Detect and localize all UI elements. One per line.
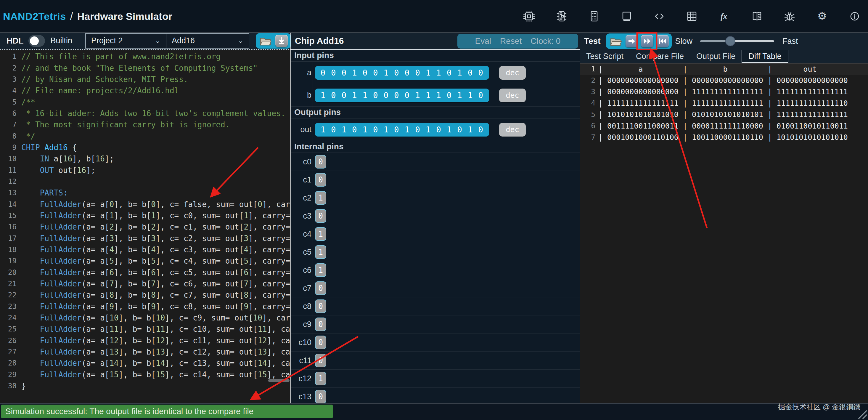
- pin-value[interactable]: 0: [315, 318, 326, 331]
- line-number: 14: [0, 200, 21, 209]
- table-line-number: 4: [580, 99, 598, 107]
- line-number: 17: [0, 234, 21, 243]
- resize-handle-icon[interactable]: [857, 409, 867, 419]
- project-select[interactable]: Project 2 ⌄: [86, 34, 166, 48]
- code-line: 21 FullAdder(a= a[7], b= b[7], c= c6, su…: [0, 278, 291, 289]
- pin-value[interactable]: 1: [315, 191, 326, 205]
- code-line: 28 FullAdder(a= a[14], b= b[14], c= c13,…: [0, 358, 291, 369]
- toolbar-top-border: [0, 33, 868, 33]
- svg-text:fx: fx: [720, 12, 727, 21]
- pin-name: c13: [291, 392, 311, 401]
- pin-value[interactable]: 0: [315, 155, 326, 169]
- tab-diff-table[interactable]: Diff Table: [742, 50, 788, 63]
- pin-name: c6: [291, 266, 311, 275]
- pin-value[interactable]: 0: [315, 336, 326, 349]
- script-icon[interactable]: [587, 9, 601, 23]
- line-number: 3: [0, 75, 21, 84]
- pin-value[interactable]: 0: [315, 299, 326, 313]
- pin-value[interactable]: 1: [315, 263, 326, 277]
- step-button[interactable]: [625, 35, 638, 48]
- panel-divider[interactable]: [580, 33, 580, 403]
- code-text: FullAdder(a= a[12], b= b[12], c= c11, su…: [21, 336, 291, 345]
- internal-pin-row: c90: [291, 316, 580, 333]
- pin-row: b1 0 0 1 1 0 0 0 0 1 1 1 0 1 1 0dec: [291, 84, 580, 107]
- book-icon[interactable]: [750, 9, 764, 23]
- tab-output-file[interactable]: Output File: [690, 50, 742, 63]
- table-row: 7| 0001001000110100 | 1001100001110110 |…: [580, 131, 868, 143]
- output-pins-list: out1 0 1 0 1 0 1 0 1 0 1 0 1 0 1 0dec: [291, 118, 580, 141]
- code-text: FullAdder(a= a[0], b= b[0], c= false, su…: [21, 200, 291, 209]
- folder-button[interactable]: [609, 35, 623, 48]
- tab-compare-file[interactable]: Compare File: [630, 50, 690, 63]
- pin-value-binary[interactable]: 0 0 0 1 0 0 1 0 0 0 1 1 0 1 0 0: [315, 66, 489, 80]
- chip-select[interactable]: Add16 ⌄: [166, 34, 249, 48]
- code-text: FullAdder(a= a[14], b= b[14], c= c13, su…: [21, 359, 291, 367]
- pin-value[interactable]: 0: [315, 354, 326, 367]
- dec-toggle-button[interactable]: dec: [499, 89, 526, 102]
- function-icon[interactable]: fx: [718, 9, 731, 23]
- input-pins-heading: Input pins: [291, 50, 580, 62]
- dec-toggle-button[interactable]: dec: [499, 66, 526, 80]
- table-row: 5| 1010101010101010 | 0101010101010101 |…: [580, 109, 868, 120]
- internal-pin-row: c10: [291, 171, 580, 189]
- pin-value[interactable]: 0: [315, 281, 326, 295]
- brand-logo[interactable]: NAND2Tetris: [3, 11, 66, 22]
- code-text: IN a[16], b[16];: [21, 154, 114, 163]
- tab-test-script[interactable]: Test Script: [580, 50, 630, 63]
- pin-value[interactable]: 1: [315, 227, 326, 241]
- code-line: 12: [0, 176, 291, 187]
- line-number: 8: [0, 132, 21, 141]
- pin-value-binary[interactable]: 1 0 1 0 1 0 1 0 1 0 1 0 1 0 1 0: [315, 123, 489, 137]
- code-line: 4// File name: projects/2/Add16.hdl: [0, 85, 291, 96]
- internal-pin-row: c61: [291, 261, 580, 279]
- builtin-label: Builtin: [50, 36, 72, 45]
- rewind-button[interactable]: [656, 35, 669, 48]
- download-button[interactable]: [275, 35, 288, 47]
- chip-icon[interactable]: [522, 9, 536, 23]
- pin-value-binary[interactable]: 1 0 0 1 1 0 0 0 0 1 1 1 0 1 1 0: [315, 89, 489, 102]
- pin-value[interactable]: 1: [315, 245, 326, 259]
- screen-icon[interactable]: [620, 9, 633, 23]
- line-number: 9: [0, 143, 21, 152]
- builtin-toggle[interactable]: [28, 35, 45, 47]
- line-number: 22: [0, 291, 21, 299]
- reset-button[interactable]: Reset: [500, 36, 522, 46]
- line-number: 24: [0, 314, 21, 322]
- settings-icon[interactable]: ⚙: [815, 9, 829, 23]
- svg-text:⚙: ⚙: [817, 10, 827, 22]
- run-button[interactable]: [641, 35, 653, 48]
- pin-value[interactable]: 0: [315, 173, 326, 187]
- pin-value[interactable]: 0: [315, 390, 326, 403]
- pin-value[interactable]: 0: [315, 209, 326, 223]
- speed-slider[interactable]: [700, 36, 774, 47]
- code-line: 22 FullAdder(a= a[8], b= b[8], c= c7, su…: [0, 289, 291, 301]
- code-text: FullAdder(a= a[1], b= b[1], c= c0, sum= …: [21, 211, 291, 220]
- folder-button[interactable]: [259, 35, 272, 47]
- pin-row: a0 0 0 1 0 0 1 0 0 0 1 1 0 1 0 0dec: [291, 62, 580, 84]
- slider-thumb[interactable]: [725, 36, 735, 46]
- pin-value[interactable]: 1: [315, 372, 326, 385]
- dec-toggle-button[interactable]: dec: [499, 123, 526, 137]
- info-icon[interactable]: [848, 9, 862, 23]
- memory-icon[interactable]: [555, 9, 568, 23]
- pin-name: c4: [291, 230, 311, 239]
- internal-pin-row: c51: [291, 243, 580, 261]
- pin-name: c3: [291, 211, 311, 221]
- table-line-number: 6: [580, 122, 598, 130]
- hdl-code-editor[interactable]: 1// This file is part of www.nand2tetris…: [0, 50, 291, 403]
- table-row-text: | 0000000000000000 | 0000000000000000 | …: [598, 76, 848, 85]
- code-line: 3// by Nisan and Schocken, MIT Press.: [0, 74, 291, 85]
- code-text: // This file is part of www.nand2tetris.…: [21, 52, 221, 61]
- table-row: 1| a | b | out: [580, 63, 868, 74]
- line-number: 4: [0, 87, 21, 95]
- line-number: 12: [0, 177, 21, 186]
- editor-horizontal-scrollbar[interactable]: [268, 379, 289, 382]
- line-number: 5: [0, 98, 21, 106]
- panel-divider[interactable]: [290, 33, 291, 403]
- table-icon[interactable]: [685, 9, 699, 23]
- code-icon[interactable]: [652, 9, 666, 23]
- pin-row: out1 0 1 0 1 0 1 0 1 0 1 0 1 0 1 0dec: [291, 118, 580, 141]
- bug-icon[interactable]: [783, 9, 796, 23]
- code-line: 10 IN a[16], b[16];: [0, 153, 291, 164]
- eval-button[interactable]: Eval: [475, 36, 491, 46]
